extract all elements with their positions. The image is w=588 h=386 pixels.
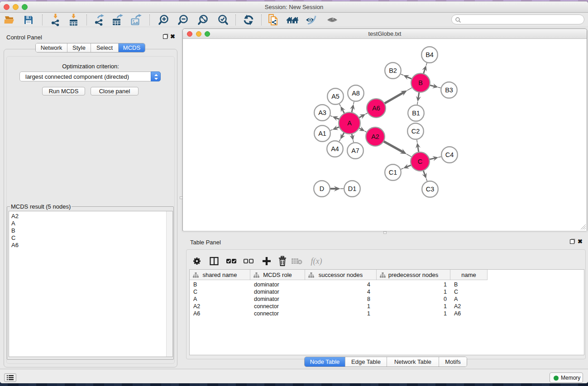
hide-icon[interactable] <box>305 14 318 26</box>
table-row[interactable]: Adominator80A <box>190 295 584 303</box>
tab-style[interactable]: Style <box>67 43 91 52</box>
mcds-result-item[interactable]: C <box>11 234 19 242</box>
mcds-result-item[interactable]: A <box>11 220 19 227</box>
delete-icon[interactable] <box>277 255 288 267</box>
node-label-A8: A8 <box>352 90 360 97</box>
fx-label: f(x) <box>311 257 322 266</box>
clone-network-icon[interactable] <box>267 14 280 26</box>
resize-grip-icon[interactable] <box>581 224 586 229</box>
table-close-icon[interactable]: ✖ <box>578 239 583 244</box>
tab-select[interactable]: Select <box>91 43 119 52</box>
import-table-icon[interactable] <box>67 14 80 26</box>
tab-network-table[interactable]: Network Table <box>387 357 439 367</box>
save-session-icon[interactable] <box>22 14 35 26</box>
export-image-icon[interactable] <box>130 14 143 26</box>
home-icon[interactable] <box>286 14 299 26</box>
search-box[interactable] <box>451 14 584 24</box>
horizontal-splitter-handle[interactable] <box>383 231 387 234</box>
deselect-all-icon[interactable] <box>243 255 254 267</box>
tab-mcds[interactable]: MCDS <box>119 43 145 52</box>
edge-tip-A-A1 <box>330 129 333 130</box>
select-all-icon[interactable] <box>225 255 237 267</box>
network-window-titlebar: testGlobe.txt <box>183 29 587 39</box>
node-label-D: D <box>320 185 324 192</box>
edge-B-B1[interactable] <box>418 92 419 98</box>
task-history-button[interactable] <box>4 373 16 382</box>
table-header: shared name MCDS role successor nodes pr… <box>190 270 488 280</box>
show-icon[interactable] <box>326 14 339 26</box>
window-title: Session: New Session <box>0 4 588 10</box>
close-panel-icon[interactable]: ✖ <box>170 34 175 39</box>
search-input[interactable] <box>463 15 580 24</box>
column-header-name[interactable]: name <box>450 270 488 280</box>
table-tabs: Node TableEdge TableNetwork TableMotifs <box>304 357 467 367</box>
list-scrollbar[interactable] <box>166 211 172 357</box>
memory-button[interactable]: Memory <box>550 372 583 383</box>
split-panel-icon[interactable] <box>208 255 220 267</box>
edge-A2-C[interactable] <box>383 141 403 152</box>
float-panel-icon[interactable] <box>163 34 167 39</box>
column-header-shared-name[interactable]: shared name <box>190 270 250 280</box>
edge-A6-B[interactable] <box>384 92 404 104</box>
node-label-C: C <box>418 158 422 165</box>
export-table-icon[interactable] <box>111 14 124 26</box>
zoom-selected-icon[interactable] <box>216 14 229 26</box>
tab-motifs[interactable]: Motifs <box>439 357 467 367</box>
mcds-result-item[interactable]: A2 <box>11 213 19 220</box>
function-builder-icon[interactable]: f(x) <box>311 255 322 267</box>
table-row[interactable]: A6connector11A6 <box>190 310 584 317</box>
edge-tip-A-A5 <box>339 104 341 106</box>
criterion-dropdown[interactable]: largest connected component (directed) <box>19 71 161 81</box>
run-mcds-button[interactable]: Run MCDS <box>42 87 85 95</box>
node-label-B1: B1 <box>412 110 420 117</box>
network-window-title: testGlobe.txt <box>183 30 587 37</box>
node-label-B: B <box>418 79 423 86</box>
edge-tip-A-A6 <box>365 113 367 114</box>
add-column-icon[interactable] <box>261 255 272 267</box>
node-table: shared name MCDS role successor nodes pr… <box>189 269 584 355</box>
table-cell: 1 <box>377 303 450 310</box>
memory-status-icon <box>554 376 559 381</box>
table-cell: 1 <box>377 281 450 288</box>
edge-tip-A-A8 <box>354 102 354 105</box>
edge-tip-C-C4 <box>438 157 441 157</box>
gear-icon[interactable] <box>191 255 203 267</box>
list-icon <box>7 375 14 381</box>
node-label-A: A <box>347 119 352 127</box>
table-float-icon[interactable] <box>570 239 574 244</box>
network-canvas[interactable]: AA6A2BCA1A3A5A8A4A7B1B2B3B4C1C2C3C4DD1 <box>183 39 587 231</box>
tab-edge-table[interactable]: Edge Table <box>345 357 387 367</box>
table-cell: A <box>190 295 250 303</box>
edge-C-C4[interactable] <box>429 158 435 159</box>
table-row[interactable]: A2connector11A2 <box>190 303 584 310</box>
column-header-successor-nodes[interactable]: successor nodes <box>305 270 377 280</box>
zoom-out-icon[interactable] <box>177 14 189 26</box>
table-cell: 1 <box>377 288 450 295</box>
mcds-result-item[interactable]: A6 <box>11 242 19 249</box>
main-toolbar <box>0 13 588 27</box>
edge-C-C2[interactable] <box>418 146 419 152</box>
edge-tip-A-A2 <box>365 131 367 132</box>
zoom-fit-icon[interactable] <box>196 14 209 26</box>
mcds-result-item[interactable]: B <box>11 227 19 234</box>
delete-table-icon[interactable] <box>291 255 303 267</box>
export-network-icon[interactable] <box>93 14 106 26</box>
tab-node-table[interactable]: Node Table <box>305 357 345 367</box>
tab-network[interactable]: Network <box>36 43 67 52</box>
table-row[interactable]: Bdominator41B <box>190 281 584 288</box>
table-row[interactable]: Cdominator41C <box>190 288 584 295</box>
application-window: Session: New Session <box>0 1 588 383</box>
edge-tip-B-B3 <box>438 87 441 88</box>
control-panel-title: Control Panel <box>6 34 42 41</box>
table-cell: 0 <box>377 295 450 303</box>
column-header-MCDS-role[interactable]: MCDS role <box>250 270 305 280</box>
edge-B-B2[interactable] <box>406 76 412 79</box>
mcds-result-list[interactable]: A2ABCA6 <box>9 211 173 357</box>
open-session-icon[interactable] <box>4 14 16 26</box>
mcds-result-title: MCDS result (5 nodes) <box>10 203 72 210</box>
zoom-in-icon[interactable] <box>157 14 170 26</box>
column-header-predecessor-nodes[interactable]: predecessor nodes <box>377 270 450 280</box>
import-network-icon[interactable] <box>49 14 62 26</box>
refresh-icon[interactable] <box>242 14 255 26</box>
close-panel-button[interactable]: Close panel <box>91 87 139 95</box>
